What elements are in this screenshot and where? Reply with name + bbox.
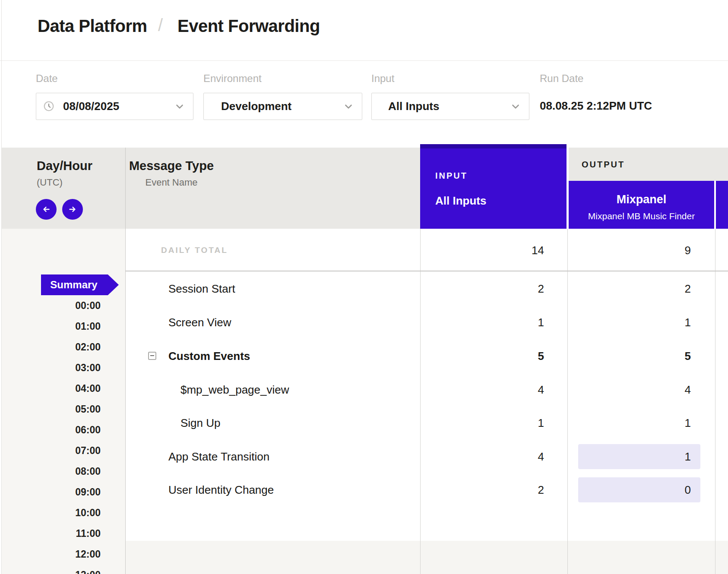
column-border bbox=[567, 229, 568, 574]
hour-label[interactable]: 03:00 bbox=[36, 357, 101, 378]
input-column-name: All Inputs bbox=[435, 194, 486, 208]
output-count-cell: 4 bbox=[685, 381, 691, 398]
output-count-cell: 1 bbox=[685, 414, 691, 432]
output-count-cell: 0 bbox=[578, 477, 700, 502]
input-filter-label: Input bbox=[371, 73, 394, 85]
input-count-cell: 2 bbox=[538, 280, 544, 297]
column-border bbox=[125, 148, 126, 574]
column-border bbox=[715, 229, 715, 574]
hour-label[interactable]: 07:00 bbox=[36, 440, 101, 461]
summary-flag[interactable]: Summary bbox=[41, 274, 119, 295]
event-forwarding-page: Data Platform / Event Forwarding Date En… bbox=[0, 0, 728, 574]
summary-flag-label: Summary bbox=[50, 274, 97, 295]
hour-label[interactable]: 04:00 bbox=[36, 378, 101, 399]
date-filter-label: Date bbox=[36, 73, 58, 85]
output-destination-name: Mixpanel bbox=[569, 193, 714, 206]
input-count-cell: 5 bbox=[538, 347, 544, 365]
output-column-header-mixpanel[interactable]: Mixpanel Mixpanel MB Music Finder bbox=[569, 181, 714, 229]
date-value: 08/08/2025 bbox=[63, 93, 119, 120]
input-count-cell: 1 bbox=[538, 414, 544, 432]
daily-total-output-count: 9 bbox=[685, 242, 691, 259]
environment-filter-label: Environment bbox=[203, 73, 262, 85]
hour-label[interactable]: 00:00 bbox=[36, 295, 101, 316]
output-count-cell: 1 bbox=[578, 444, 700, 469]
hour-label[interactable]: 01:00 bbox=[36, 316, 101, 337]
hour-label[interactable]: 08:00 bbox=[36, 461, 101, 482]
output-destination-subtitle: Mixpanel MB Music Finder bbox=[569, 211, 714, 221]
breadcrumb-bar: Data Platform / Event Forwarding bbox=[0, 0, 728, 61]
date-dropdown[interactable]: 08/08/2025 bbox=[36, 93, 193, 120]
event-row-label: User Identity Change bbox=[168, 481, 274, 498]
environment-dropdown[interactable]: Development bbox=[203, 93, 362, 120]
output-highlight-cell: 1 bbox=[578, 444, 700, 469]
event-row-label: $mp_web_page_view bbox=[180, 381, 289, 398]
input-value: All Inputs bbox=[388, 93, 439, 120]
breadcrumb-separator: / bbox=[158, 16, 163, 35]
input-group-label: INPUT bbox=[435, 171, 468, 181]
event-row-label: App State Transition bbox=[168, 448, 269, 465]
hour-label[interactable]: 06:00 bbox=[36, 419, 101, 440]
event-row-label: Screen View bbox=[168, 314, 231, 331]
chevron-down-icon bbox=[510, 101, 521, 112]
message-type-column-title: Message Type bbox=[107, 159, 236, 173]
next-day-button[interactable] bbox=[62, 199, 83, 220]
input-count-cell: 4 bbox=[538, 448, 544, 465]
hour-label[interactable]: 05:00 bbox=[36, 399, 101, 419]
hour-label[interactable]: 11:00 bbox=[36, 523, 101, 544]
input-dropdown[interactable]: All Inputs bbox=[371, 93, 529, 120]
hour-label[interactable]: 02:00 bbox=[36, 337, 101, 357]
breadcrumb-section[interactable]: Data Platform bbox=[38, 16, 147, 36]
output-count-cell: 2 bbox=[685, 280, 691, 297]
hour-label[interactable]: 09:00 bbox=[36, 482, 101, 502]
hour-label[interactable]: 12:00 bbox=[36, 544, 101, 565]
output-highlight-cell: 0 bbox=[578, 477, 700, 502]
output-group-label: OUTPUT bbox=[582, 160, 625, 170]
chevron-down-icon bbox=[343, 101, 354, 112]
input-count-cell: 4 bbox=[538, 381, 544, 398]
day-hour-column-title: Day/Hour bbox=[37, 159, 92, 173]
previous-day-button[interactable] bbox=[36, 199, 57, 220]
environment-value: Development bbox=[221, 93, 291, 120]
event-row-label: Custom Events bbox=[168, 347, 250, 365]
event-row-label: Session Start bbox=[168, 280, 235, 297]
daily-total-divider bbox=[126, 271, 728, 271]
run-date-label: Run Date bbox=[540, 73, 583, 85]
column-border bbox=[420, 229, 421, 574]
collapse-minus-icon[interactable] bbox=[148, 352, 156, 360]
daily-total-input-count: 14 bbox=[532, 242, 544, 259]
page-title: Event Forwarding bbox=[177, 16, 320, 36]
input-column-accent-strip bbox=[420, 144, 567, 148]
input-count-cell: 1 bbox=[538, 314, 544, 331]
day-hour-column-subtitle: (UTC) bbox=[37, 177, 63, 188]
chevron-down-icon bbox=[174, 101, 185, 112]
hour-label[interactable]: 10:00 bbox=[36, 502, 101, 523]
input-count-cell: 2 bbox=[538, 481, 544, 498]
event-row-label: Sign Up bbox=[180, 414, 221, 432]
message-type-column-subtitle: Event Name bbox=[107, 177, 236, 188]
input-column-header[interactable]: INPUT All Inputs bbox=[420, 144, 567, 229]
clock-icon bbox=[43, 101, 54, 112]
hour-label[interactable]: 13:00 bbox=[36, 565, 101, 574]
output-column-header-next[interactable] bbox=[716, 181, 728, 229]
output-count-cell: 5 bbox=[685, 347, 691, 365]
output-count-cell: 1 bbox=[685, 314, 691, 331]
table-empty-area bbox=[125, 541, 728, 574]
daily-total-label: DAILY TOTAL bbox=[161, 244, 228, 256]
page-left-border bbox=[1, 0, 2, 574]
run-date-value: 08.08.25 2:12PM UTC bbox=[540, 99, 652, 113]
